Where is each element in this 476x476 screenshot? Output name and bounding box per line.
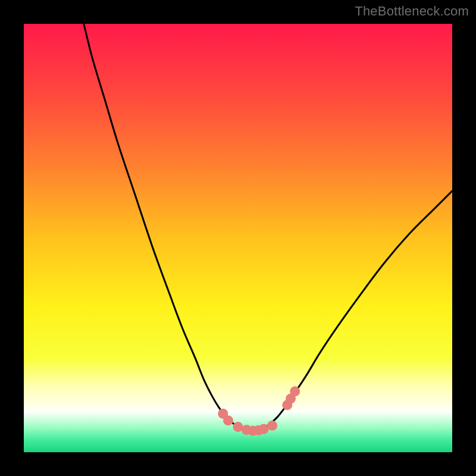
marker-point <box>267 421 277 431</box>
chart-container: TheBottleneck.com <box>0 0 476 476</box>
plot-area <box>24 24 452 452</box>
attribution-text: TheBottleneck.com <box>355 4 469 19</box>
marker-point <box>290 386 300 396</box>
gradient-background <box>24 24 452 452</box>
marker-point <box>223 415 233 425</box>
plot-svg <box>24 24 452 452</box>
